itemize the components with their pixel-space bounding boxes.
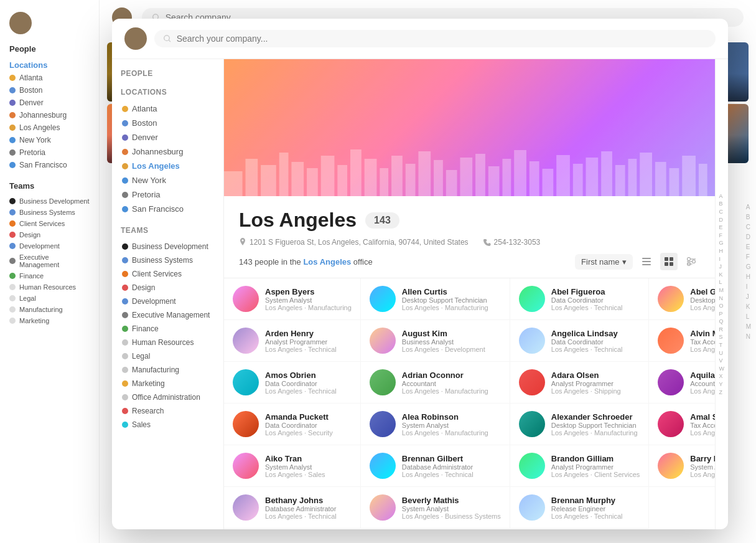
person-card[interactable]: August Kim Business Analyst Los Angeles … [361,320,510,362]
alpha-letter-r[interactable]: R [718,326,726,334]
bg-sidebar-location-san-francisco[interactable]: San Francisco [9,159,90,171]
modal-search-input[interactable] [177,34,707,44]
person-card[interactable]: Angelica Lindsay Data Coordinator Los An… [510,320,649,362]
alpha-letter-u[interactable]: U [718,349,726,357]
office-link[interactable]: Los Angeles [303,257,351,267]
person-card[interactable]: Adara Olsen Analyst Programmer Los Angel… [510,362,649,404]
alpha-letter-k[interactable]: K [718,271,726,279]
alpha-letter-m[interactable]: M [718,286,726,295]
modal-sidebar-team[interactable]: Marketing [121,377,215,390]
bg-sidebar-team[interactable]: Development [9,240,90,252]
person-card[interactable]: Beverly Mathis System Analyst Los Angele… [361,487,510,529]
person-card[interactable]: Alvin Miller Tax Accountant Los Angeles … [649,320,714,362]
modal-sidebar-location-pretoria[interactable]: Pretoria [121,187,215,202]
modal-sidebar-team[interactable]: Legal [121,349,215,363]
alpha-letter-i[interactable]: I [718,255,726,263]
person-card[interactable]: Allen Curtis Desktop Support Technician … [361,278,510,320]
alpha-letter-j[interactable]: J [718,263,726,271]
modal-sidebar-location-denver[interactable]: Denver [121,130,215,144]
alpha-letter-y[interactable]: Y [718,380,726,389]
person-card[interactable]: Amal Stewart Tax Accountant Los Angeles … [649,404,714,445]
alpha-letter-h[interactable]: H [718,247,726,255]
bg-sidebar-team[interactable]: Design [9,229,90,240]
person-card[interactable]: Arden Henry Analyst Programmer Los Angel… [224,320,361,362]
alpha-letter-c[interactable]: C [718,208,726,216]
person-card[interactable]: Amos Obrien Data Coordinator Los Angeles… [224,362,361,404]
alpha-letter-p[interactable]: P [718,310,726,318]
person-card[interactable]: Brennan Murphy Release Engineer Los Ange… [510,487,649,529]
alpha-letter-b[interactable]: B [718,200,726,208]
grid-view-button[interactable] [660,253,678,270]
modal-sidebar-team[interactable]: Research [121,404,215,418]
modal-sidebar-team[interactable]: Business Development [121,240,215,253]
modal-sidebar-team[interactable]: Client Services [121,267,215,281]
alpha-letter-g[interactable]: G [718,239,726,247]
bg-sidebar-team[interactable]: Legal [9,293,90,304]
bg-sidebar-location-pretoria[interactable]: Pretoria [9,146,90,159]
modal-sidebar-team[interactable]: Development [121,295,215,308]
modal-sidebar-team[interactable]: Manufacturing [121,363,215,377]
modal-search-box[interactable] [154,30,716,47]
bg-sidebar-team[interactable]: Finance [9,270,90,281]
modal-sidebar-team[interactable]: Sales [121,418,215,432]
modal-sidebar-team[interactable]: Finance [121,322,215,336]
bg-sidebar-team[interactable]: Executive Management [9,252,90,270]
alpha-letter-l[interactable]: L [718,278,726,286]
person-card[interactable]: Brandon Gilliam Analyst Programmer Los A… [510,445,649,487]
bg-sidebar-team[interactable]: Manufacturing [9,304,90,315]
bg-sidebar-location-new-york[interactable]: New York [9,134,90,146]
modal-sidebar-team[interactable]: Human Resources [121,336,215,349]
bg-sidebar-team[interactable]: Client Services [9,218,90,229]
person-card[interactable]: Alea Robinson System Analyst Los Angeles… [361,404,510,445]
bg-sidebar-location-los-angeles[interactable]: Los Angeles [9,121,90,134]
bg-sidebar-team[interactable]: Business Development [9,196,90,207]
alpha-letter-t[interactable]: T [718,341,726,349]
filter-button[interactable] [683,253,700,270]
bg-locations-nav[interactable]: Locations [9,59,90,72]
alpha-letter-f[interactable]: F [718,232,726,240]
alpha-letter-x[interactable]: X [718,372,726,380]
modal-sidebar-team[interactable]: Design [121,281,215,295]
list-view-button[interactable] [638,253,655,270]
modal-sidebar-team[interactable]: Office Administration [121,390,215,404]
bg-sidebar-location-boston[interactable]: Boston [9,84,90,97]
person-card[interactable]: Aquila Owen Accountant Los Angeles · Fin… [649,362,714,404]
alpha-letter-z[interactable]: Z [718,389,726,397]
alpha-letter-s[interactable]: S [718,333,726,341]
modal-sidebar-location-atlanta[interactable]: Atlanta [121,102,215,116]
bg-sidebar-team[interactable]: Human Resources [9,281,90,293]
person-name: Adara Olsen [551,371,621,380]
person-role: Desktop Support Technician [690,296,714,304]
person-card[interactable]: Bethany Johns Database Administrator Los… [224,487,361,529]
modal-sidebar-team[interactable]: Business Systems [121,253,215,267]
alpha-letter-o[interactable]: O [718,302,726,310]
modal-sidebar-location-boston[interactable]: Boston [121,116,215,130]
alpha-letter-w[interactable]: W [718,365,726,373]
bg-sidebar-location-denver[interactable]: Denver [9,97,90,109]
alpha-letter-d[interactable]: D [718,216,726,224]
modal-sidebar-team[interactable]: Executive Management [121,308,215,322]
alpha-letter-n[interactable]: N [718,295,726,303]
sort-button[interactable]: First name ▾ [575,254,632,270]
person-card[interactable]: Abel Galloway Desktop Support Technician… [649,278,714,320]
bg-sidebar-location-atlanta[interactable]: Atlanta [9,72,90,84]
person-card[interactable]: Amanda Puckett Data Coordinator Los Ange… [224,404,361,445]
alpha-letter-v[interactable]: V [718,357,726,365]
person-card[interactable]: Aspen Byers System Analyst Los Angeles ·… [224,278,361,320]
person-card[interactable]: Aiko Tran System Analyst Los Angeles · S… [224,445,361,487]
modal-sidebar-location-johannesburg[interactable]: Johannesburg [121,144,215,159]
alpha-letter-q[interactable]: Q [718,318,726,326]
modal-sidebar-location-los-angeles[interactable]: Los Angeles [121,159,215,173]
alpha-letter-a[interactable]: A [718,192,726,201]
person-card[interactable]: Alexander Schroeder Desktop Support Tech… [510,404,649,445]
bg-sidebar-team[interactable]: Business Systems [9,207,90,218]
person-card[interactable]: Adrian Oconnor Accountant Los Angeles · … [361,362,510,404]
modal-sidebar-location-new-york[interactable]: New York [121,173,215,187]
alpha-letter-e[interactable]: E [718,224,726,232]
person-card[interactable]: Abel Figueroa Data Coordinator Los Angel… [510,278,649,320]
bg-sidebar-team[interactable]: Marketing [9,315,90,326]
bg-sidebar-location-johannesburg[interactable]: Johannesburg [9,109,90,121]
person-card[interactable]: Brennan Gilbert Database Administrator L… [361,445,510,487]
person-card[interactable]: Barry Hoffman System Analyst Los Angeles… [649,445,714,487]
modal-sidebar-location-san-francisco[interactable]: San Francisco [121,202,215,216]
